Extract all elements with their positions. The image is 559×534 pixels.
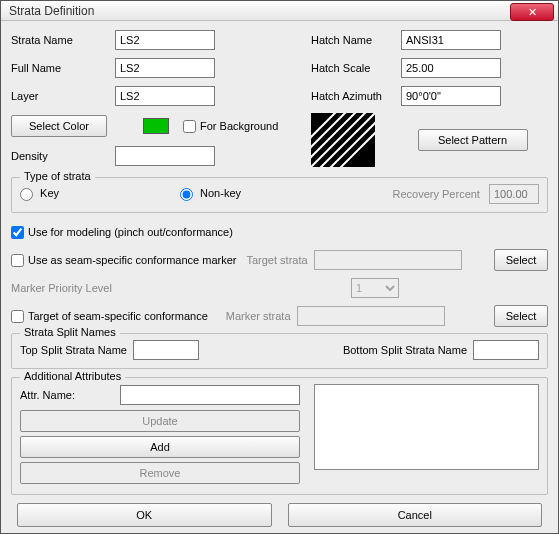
strata-name-label: Strata Name [11, 34, 115, 46]
use-as-marker-checkbox[interactable] [11, 254, 24, 267]
marker-strata-label: Marker strata [226, 310, 291, 322]
density-input[interactable] [115, 146, 215, 166]
key-radio-label: Key [40, 187, 59, 199]
color-swatch [143, 118, 169, 134]
close-icon: ✕ [528, 6, 537, 19]
dialog-content: Strata Name Full Name Layer Select Color [1, 21, 558, 533]
dialog-buttons: OK Cancel [11, 503, 548, 527]
target-of-conformance-label: Target of seam-specific conformance [28, 310, 208, 322]
remove-button: Remove [20, 462, 300, 484]
ok-button[interactable]: OK [17, 503, 272, 527]
hatch-scale-input[interactable] [401, 58, 501, 78]
type-of-strata-group: Type of strata Key Non-key Recovery Perc… [11, 177, 548, 213]
full-name-label: Full Name [11, 62, 115, 74]
right-column: Hatch Name Hatch Scale Hatch Azimuth [311, 29, 548, 173]
attributes-list[interactable] [314, 384, 539, 470]
hatch-azimuth-input[interactable] [401, 86, 501, 106]
target-strata-input [314, 250, 462, 270]
split-names-group: Strata Split Names Top Split Strata Name… [11, 333, 548, 369]
top-split-label: Top Split Strata Name [20, 344, 127, 356]
dialog-window: Strata Definition ✕ Strata Name Full Nam… [0, 0, 559, 534]
strata-name-input[interactable] [115, 30, 215, 50]
select-color-button[interactable]: Select Color [11, 115, 107, 137]
marker-strata-input [297, 306, 445, 326]
use-as-marker-label: Use as seam-specific conformance marker [28, 254, 236, 266]
select-pattern-button[interactable]: Select Pattern [418, 129, 528, 151]
update-button: Update [20, 410, 300, 432]
type-of-strata-legend: Type of strata [20, 170, 95, 182]
additional-attributes-legend: Additional Attributes [20, 370, 125, 382]
window-title: Strata Definition [9, 4, 94, 18]
hatch-preview [311, 113, 375, 167]
split-names-legend: Strata Split Names [20, 326, 120, 338]
marker-priority-label: Marker Priority Level [11, 282, 231, 294]
additional-attributes-group: Additional Attributes Attr. Name: Update… [11, 377, 548, 495]
marker-strata-select-button[interactable]: Select [494, 305, 548, 327]
layer-input[interactable] [115, 86, 215, 106]
svg-rect-0 [311, 113, 375, 167]
hatch-name-label: Hatch Name [311, 34, 401, 46]
use-for-modeling-checkbox[interactable] [11, 226, 24, 239]
top-split-input[interactable] [133, 340, 199, 360]
cancel-button[interactable]: Cancel [288, 503, 543, 527]
density-label: Density [11, 150, 115, 162]
target-strata-select-button[interactable]: Select [494, 249, 548, 271]
titlebar: Strata Definition ✕ [1, 1, 558, 21]
nonkey-radio-label: Non-key [200, 187, 241, 199]
hatch-azimuth-label: Hatch Azimuth [311, 90, 401, 102]
for-background-checkbox[interactable] [183, 120, 196, 133]
marker-priority-select: 1 [351, 278, 399, 298]
target-strata-label: Target strata [246, 254, 307, 266]
for-background-label: For Background [200, 120, 278, 132]
nonkey-radio[interactable] [180, 188, 193, 201]
use-for-modeling-label: Use for modeling (pinch out/conformance) [28, 226, 233, 238]
recovery-percent-label: Recovery Percent [393, 188, 480, 200]
window-close-button[interactable]: ✕ [510, 3, 554, 21]
attr-name-input[interactable] [120, 385, 300, 405]
recovery-percent-input [489, 184, 539, 204]
full-name-input[interactable] [115, 58, 215, 78]
hatch-scale-label: Hatch Scale [311, 62, 401, 74]
attr-name-label: Attr. Name: [20, 389, 120, 401]
target-of-conformance-checkbox[interactable] [11, 310, 24, 323]
key-radio[interactable] [20, 188, 33, 201]
hatch-name-input[interactable] [401, 30, 501, 50]
top-grid: Strata Name Full Name Layer Select Color [11, 29, 548, 173]
left-column: Strata Name Full Name Layer Select Color [11, 29, 311, 173]
add-button[interactable]: Add [20, 436, 300, 458]
layer-label: Layer [11, 90, 115, 102]
bottom-split-label: Bottom Split Strata Name [343, 344, 467, 356]
bottom-split-input[interactable] [473, 340, 539, 360]
